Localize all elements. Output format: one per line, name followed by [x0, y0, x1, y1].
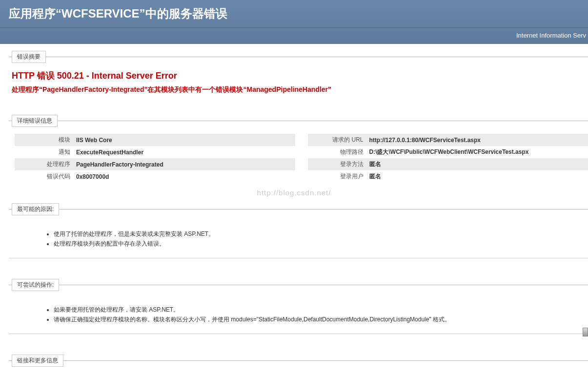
- detail-label: 物理路径: [308, 146, 366, 158]
- detail-label: 错误代码: [15, 170, 73, 183]
- error-details-section: 详细错误信息 模块IIS Web Core 通知ExecuteRequestHa…: [9, 115, 588, 192]
- cause-item: 处理程序模块列表的配置中存在录入错误。: [54, 239, 588, 249]
- links-section: 链接和更多信息 IIS 内核不能识别此模块。 查看更多信息 »: [9, 355, 588, 378]
- detail-row: 登录用户匿名: [308, 170, 588, 183]
- detail-label: 请求的 URL: [308, 134, 366, 146]
- action-item: 请确保正确指定处理程序模块的名称。模块名称区分大小写，并使用 modules="…: [54, 315, 588, 324]
- scrollbar-fragment[interactable]: [583, 328, 588, 336]
- action-item: 如果要使用托管的处理程序，请安装 ASP.NET。: [54, 305, 588, 315]
- detail-label: 处理程序: [15, 158, 73, 170]
- error-header: 应用程序“WCFSERVICE”中的服务器错误 Internet Informa…: [0, 0, 588, 44]
- detail-row: 处理程序PageHandlerFactory-Integrated: [15, 158, 295, 170]
- detail-value: IIS Web Core: [73, 134, 295, 146]
- actions-legend: 可尝试的操作:: [12, 279, 59, 291]
- actions-section: 可尝试的操作: 如果要使用托管的处理程序，请安装 ASP.NET。 请确保正确指…: [9, 279, 588, 344]
- detail-value: 0x8007000d: [73, 170, 295, 183]
- detail-value: PageHandlerFactory-Integrated: [73, 158, 295, 170]
- actions-list: 如果要使用托管的处理程序，请安装 ASP.NET。 请确保正确指定处理程序模块的…: [9, 298, 588, 327]
- detail-row: 错误代码0x8007000d: [15, 170, 295, 183]
- details-left-table: 模块IIS Web Core 通知ExecuteRequestHandler 处…: [15, 134, 295, 183]
- causes-legend: 最可能的原因:: [12, 203, 59, 215]
- detail-row: 模块IIS Web Core: [15, 134, 295, 146]
- detail-label: 登录用户: [308, 170, 366, 183]
- links-legend: 链接和更多信息: [12, 355, 63, 367]
- detail-row: 登录方法匿名: [308, 158, 588, 170]
- detail-value: ExecuteRequestHandler: [73, 146, 295, 158]
- detail-label: 模块: [15, 134, 73, 146]
- detail-value: 匿名: [366, 170, 588, 183]
- page-title: 应用程序“WCFSERVICE”中的服务器错误: [0, 2, 588, 28]
- detail-value: 匿名: [366, 158, 588, 170]
- error-summary-legend: 错误摘要: [12, 51, 46, 63]
- detail-value: D:\盛大\WCF\Public\WCFWebClient\WCFService…: [366, 146, 588, 158]
- detail-row: 物理路径D:\盛大\WCF\Public\WCFWebClient\WCFSer…: [308, 146, 588, 158]
- error-summary-section: 错误摘要 HTTP 错误 500.21 - Internal Server Er…: [9, 51, 588, 104]
- http-error-subtitle: 处理程序“PageHandlerFactory-Integrated”在其模块列…: [9, 85, 588, 94]
- causes-list: 使用了托管的处理程序，但是未安装或未完整安装 ASP.NET。 处理程序模块列表…: [9, 222, 588, 251]
- iis-brand-bar: Internet Information Serv: [0, 28, 588, 44]
- causes-section: 最可能的原因: 使用了托管的处理程序，但是未安装或未完整安装 ASP.NET。 …: [9, 203, 588, 268]
- error-details-legend: 详细错误信息: [12, 115, 58, 127]
- http-error-title: HTTP 错误 500.21 - Internal Server Error: [9, 70, 588, 85]
- detail-value: http://127.0.0.1:80/WCFServiceTest.aspx: [366, 134, 588, 146]
- detail-label: 通知: [15, 146, 73, 158]
- detail-label: 登录方法: [308, 158, 366, 170]
- detail-row: 通知ExecuteRequestHandler: [15, 146, 295, 158]
- details-right-table: 请求的 URLhttp://127.0.0.1:80/WCFServiceTes…: [308, 134, 588, 183]
- detail-row: 请求的 URLhttp://127.0.0.1:80/WCFServiceTes…: [308, 134, 588, 146]
- cause-item: 使用了托管的处理程序，但是未安装或未完整安装 ASP.NET。: [54, 229, 588, 239]
